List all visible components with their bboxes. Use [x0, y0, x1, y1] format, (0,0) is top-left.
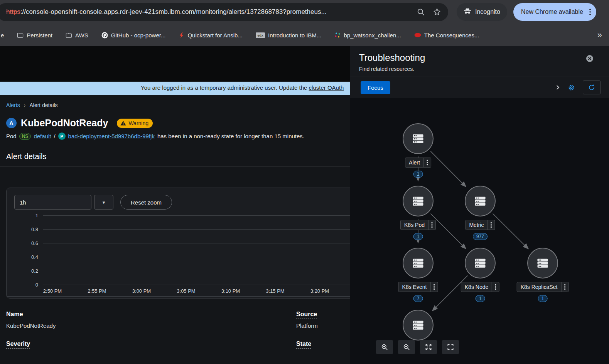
bookmark-item[interactable]: GitHub - ocp-power... — [101, 32, 166, 39]
topology-node-metric[interactable] — [465, 186, 496, 216]
node-label-text: Metric — [466, 220, 487, 230]
focus-button[interactable]: Focus — [361, 81, 390, 94]
chart-card: 1h ▾ Reset zoom 10.80.60.40.20 2:50 PM2:… — [6, 188, 350, 299]
bookmark-item[interactable]: Persistent — [17, 32, 52, 39]
topology-node-k8s-pod[interactable] — [403, 186, 434, 216]
node-label-text: K8s Event — [399, 282, 430, 292]
node-label-alert[interactable]: Alert — [405, 158, 431, 168]
server-icon — [411, 194, 425, 208]
node-kebab-icon[interactable] — [492, 282, 499, 292]
bookmarks-bar: ePersistentAWSGitHub - ocp-power...Quick… — [0, 24, 609, 46]
gear-icon[interactable] — [568, 84, 575, 91]
svg-text:edx: edx — [257, 33, 263, 37]
login-banner-text: You are logged in as a temporary adminis… — [141, 84, 344, 91]
node-label-k8s-node[interactable]: K8s Node — [461, 282, 499, 292]
fullscreen-button[interactable] — [442, 340, 459, 354]
edx-icon: edx — [256, 32, 265, 38]
url-scheme: https — [6, 8, 20, 15]
time-range-select[interactable]: 1h — [14, 195, 91, 210]
topology-node-k8s-event[interactable] — [403, 248, 434, 278]
incognito-icon — [464, 8, 471, 16]
alert-type-icon: A — [6, 118, 17, 128]
pod-link[interactable]: bad-deployment-5d997b6db-99fjk — [68, 133, 155, 139]
alert-title-row: A KubePodNotReady Warning — [6, 117, 350, 129]
node-label-k8s-pod[interactable]: K8s Pod — [400, 220, 436, 230]
alert-details-fields: Name Source KubePodNotReady Platform Sev… — [6, 311, 350, 347]
pod-badge: P — [58, 133, 66, 140]
bookmark-item[interactable]: The Consequences... — [414, 32, 479, 39]
bookmark-item[interactable]: bp_watsonx_challen... — [334, 32, 401, 39]
node-kebab-icon[interactable] — [430, 282, 437, 292]
bookmark-label: The Consequences... — [424, 32, 479, 39]
topology-node-k8s-replicaset[interactable] — [527, 248, 558, 278]
node-label-text: K8s ReplicaSet — [517, 282, 561, 292]
node-label-k8s-replicaset[interactable]: K8s ReplicaSet — [517, 282, 569, 292]
chart-x-axis: 2:50 PM2:55 PM3:00 PM3:05 PM3:10 PM3:15 … — [43, 288, 350, 295]
cluster-oauth-link[interactable]: cluster OAuth — [309, 84, 344, 91]
zoom-in-icon — [381, 343, 388, 351]
node-kebab-icon[interactable] — [423, 158, 431, 167]
incognito-badge: Incognito — [457, 3, 507, 21]
node-count-badge-k8s-replicaset: 1 — [538, 295, 548, 302]
server-icon — [473, 256, 487, 270]
close-icon[interactable] — [586, 55, 594, 62]
topology-graph: Alert1K8s Pod1Metric977K8s Event7K8s Nod… — [350, 98, 609, 364]
warning-label: Warning — [128, 120, 148, 126]
bookmark-item[interactable]: e — [1, 32, 4, 39]
url-bar[interactable]: https://console-openshift-console.apps.r… — [0, 3, 448, 21]
zoom-in-button[interactable] — [376, 340, 393, 354]
red-oval-icon — [414, 33, 421, 37]
source-value: Platform — [296, 322, 350, 329]
bookmark-item[interactable]: Quickstart for Ansib... — [179, 32, 243, 39]
new-chrome-button[interactable]: New Chrome available — [513, 3, 596, 21]
bookmark-star-icon[interactable] — [433, 8, 441, 16]
chart-gridline — [43, 215, 350, 216]
y-tick-label: 0.8 — [31, 226, 38, 232]
node-kebab-icon[interactable] — [488, 220, 495, 230]
login-banner: You are logged in as a temporary adminis… — [0, 82, 350, 95]
chevron-right-icon[interactable] — [555, 85, 560, 90]
panel-header: Troubleshooting Find related resources. — [350, 46, 609, 77]
new-chrome-label: New Chrome available — [521, 8, 583, 15]
bookmarks-overflow-icon[interactable]: » — [597, 30, 602, 40]
server-icon — [473, 194, 487, 208]
node-kebab-icon[interactable] — [561, 282, 568, 292]
folder-icon — [66, 32, 72, 38]
node-kebab-icon[interactable] — [428, 220, 435, 230]
x-tick-label: 3:10 PM — [221, 288, 240, 294]
node-count-badge-k8s-node: 1 — [476, 295, 485, 302]
server-icon — [411, 318, 425, 332]
namespace-link[interactable]: default — [34, 133, 51, 139]
chart-gridline — [43, 257, 350, 257]
bookmark-label: e — [1, 32, 4, 39]
desc-separator: / — [54, 133, 55, 139]
y-tick-label: 1 — [35, 213, 38, 218]
topology-node-alert[interactable] — [403, 123, 434, 154]
node-label-k8s-event[interactable]: K8s Event — [398, 282, 438, 292]
section-title: Alert details — [6, 152, 350, 161]
zoom-out-button[interactable] — [398, 340, 415, 354]
browser-toolbar: https://console-openshift-console.apps.r… — [0, 0, 609, 24]
expand-button[interactable] — [420, 340, 437, 354]
section-divider — [0, 166, 350, 167]
bookmark-item[interactable]: edxIntroduction to IBM... — [256, 32, 321, 39]
y-tick-label: 0.6 — [31, 240, 38, 246]
incognito-label: Incognito — [475, 8, 500, 15]
fullscreen-icon — [447, 343, 454, 351]
node-label-metric[interactable]: Metric — [465, 220, 495, 230]
zoom-icon[interactable] — [417, 8, 425, 16]
source-label: Source — [296, 311, 350, 318]
x-tick-label: 3:00 PM — [132, 288, 151, 294]
breadcrumb-alerts-link[interactable]: Alerts — [6, 102, 20, 108]
time-range-caret-button[interactable]: ▾ — [94, 195, 113, 210]
reset-zoom-button[interactable]: Reset zoom — [120, 195, 172, 210]
chart-controls: 1h ▾ Reset zoom — [14, 195, 350, 210]
topology-node-node-7[interactable] — [403, 310, 434, 341]
topology-node-k8s-node[interactable] — [465, 248, 496, 278]
bookmark-item[interactable]: AWS — [66, 32, 88, 39]
refresh-button[interactable] — [583, 81, 601, 94]
url-rest: ://console-openshift-console.apps.rdr-je… — [20, 8, 327, 15]
browser-menu-icon[interactable] — [586, 8, 594, 15]
topology-edge — [430, 151, 466, 187]
topology-edge — [432, 276, 468, 311]
